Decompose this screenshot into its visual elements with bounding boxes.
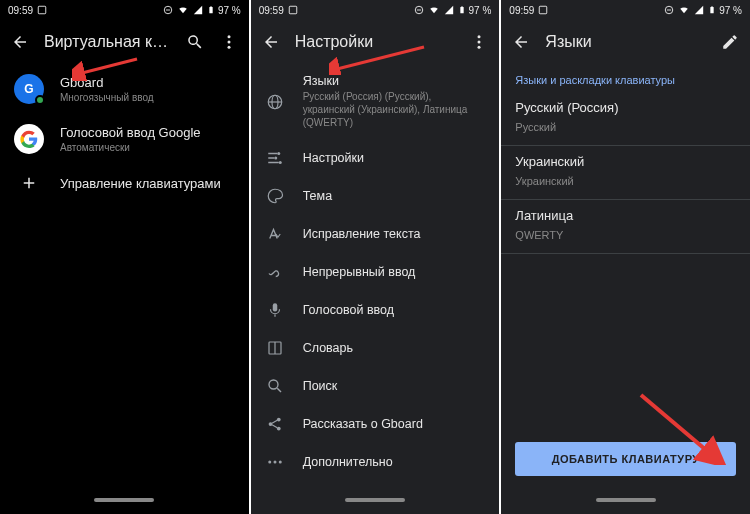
svg-point-17 xyxy=(478,46,481,49)
navbar[interactable] xyxy=(251,486,500,514)
statusbar: 09:59 97 % xyxy=(251,0,500,20)
svg-point-16 xyxy=(478,41,481,44)
back-button[interactable] xyxy=(10,32,30,52)
theme-item[interactable]: Тема xyxy=(251,177,500,215)
appbar: Языки xyxy=(501,20,750,64)
share-icon xyxy=(265,415,285,433)
svg-rect-10 xyxy=(289,6,297,14)
page-title: Настройки xyxy=(295,33,456,51)
lang-name: Латиница xyxy=(515,208,736,223)
palette-icon xyxy=(265,187,285,205)
screenshot-icon xyxy=(288,5,298,15)
svg-point-7 xyxy=(227,46,230,49)
svg-point-21 xyxy=(277,152,280,155)
globe-icon xyxy=(265,93,285,111)
add-keyboard-button[interactable]: ДОБАВИТЬ КЛАВИАТУРУ xyxy=(515,442,736,476)
gboard-item[interactable]: G Gboard Многоязычный ввод xyxy=(0,64,249,114)
google-voice-item[interactable]: Голосовой ввод Google Автоматически xyxy=(0,114,249,164)
share-item[interactable]: Рассказать о Gboard xyxy=(251,405,500,443)
row-title: Голосовой ввод xyxy=(303,303,486,317)
signal-icon xyxy=(193,5,203,15)
language-item-russian[interactable]: Русский (Россия) Русский xyxy=(501,92,750,146)
statusbar: 09:59 97 % xyxy=(501,0,750,20)
row-title: Поиск xyxy=(303,379,486,393)
statusbar: 09:59 97 % xyxy=(0,0,249,20)
svg-point-32 xyxy=(268,461,271,464)
navbar[interactable] xyxy=(0,486,249,514)
appbar: Виртуальная клавиа... xyxy=(0,20,249,64)
edit-button[interactable] xyxy=(720,32,740,52)
overflow-button[interactable] xyxy=(469,32,489,52)
svg-line-28 xyxy=(277,388,281,392)
svg-point-33 xyxy=(273,461,276,464)
row-title: Словарь xyxy=(303,341,486,355)
language-item-latin[interactable]: Латиница QWERTY xyxy=(501,200,750,254)
dots-icon xyxy=(265,453,285,471)
sliders-icon xyxy=(265,149,285,167)
languages-item[interactable]: Языки Русский (Россия) (Русский), украин… xyxy=(251,64,500,139)
advanced-item[interactable]: Дополнительно xyxy=(251,443,500,481)
settings-list: Языки Русский (Россия) (Русский), украин… xyxy=(251,64,500,486)
svg-rect-14 xyxy=(461,6,462,7)
phone-1: 09:59 97 % Виртуальная клавиа... G Gboar… xyxy=(0,0,249,514)
lang-name: Русский (Россия) xyxy=(515,100,736,115)
row-title: Дополнительно xyxy=(303,455,486,469)
manage-keyboards[interactable]: Управление клавиатурами xyxy=(0,164,249,202)
svg-point-6 xyxy=(227,41,230,44)
lang-layout: QWERTY xyxy=(515,229,736,241)
search-icon xyxy=(265,377,285,395)
google-icon xyxy=(14,124,44,154)
add-button-label: ДОБАВИТЬ КЛАВИАТУРУ xyxy=(552,453,700,465)
wifi-icon xyxy=(177,5,189,15)
item-title: Gboard xyxy=(60,75,235,90)
gboard-icon: G xyxy=(14,74,44,104)
back-button[interactable] xyxy=(261,32,281,52)
overflow-button[interactable] xyxy=(219,32,239,52)
language-item-ukrainian[interactable]: Украинский Украинский xyxy=(501,146,750,200)
dictionary-item[interactable]: Словарь xyxy=(251,329,500,367)
svg-rect-40 xyxy=(711,7,714,13)
screenshot-icon xyxy=(37,5,47,15)
text-icon xyxy=(265,225,285,243)
preferences-item[interactable]: Настройки xyxy=(251,139,500,177)
battery-icon xyxy=(458,4,466,16)
search-button[interactable] xyxy=(185,32,205,52)
row-title: Языки xyxy=(303,74,486,88)
svg-point-22 xyxy=(274,157,277,160)
text-correction-item[interactable]: Исправление текста xyxy=(251,215,500,253)
status-time: 09:59 xyxy=(509,5,534,16)
svg-rect-37 xyxy=(540,6,548,14)
item-subtitle: Многоязычный ввод xyxy=(60,92,235,103)
status-time: 09:59 xyxy=(8,5,33,16)
signal-icon xyxy=(444,5,454,15)
voice-typing-item[interactable]: Голосовой ввод xyxy=(251,291,500,329)
glide-typing-item[interactable]: Непрерывный ввод xyxy=(251,253,500,291)
wifi-icon xyxy=(678,5,690,15)
lang-layout: Украинский xyxy=(515,175,736,187)
item-subtitle: Автоматически xyxy=(60,142,235,153)
page-title: Языки xyxy=(545,33,706,51)
book-icon xyxy=(265,339,285,357)
keyboard-list: G Gboard Многоязычный ввод Голосовой вво… xyxy=(0,64,249,486)
navbar[interactable] xyxy=(501,486,750,514)
section-title: Языки и раскладки клавиатуры xyxy=(501,64,750,92)
row-title: Настройки xyxy=(303,151,486,165)
status-battery: 97 % xyxy=(218,5,241,16)
svg-point-23 xyxy=(278,161,281,164)
row-title: Непрерывный ввод xyxy=(303,265,486,279)
svg-rect-0 xyxy=(38,6,46,14)
dnd-icon xyxy=(414,5,424,15)
svg-rect-41 xyxy=(712,6,713,7)
status-time: 09:59 xyxy=(259,5,284,16)
gesture-icon xyxy=(265,263,285,281)
svg-point-5 xyxy=(227,35,230,38)
battery-icon xyxy=(207,4,215,16)
search-item[interactable]: Поиск xyxy=(251,367,500,405)
back-button[interactable] xyxy=(511,32,531,52)
row-title: Тема xyxy=(303,189,486,203)
item-title: Голосовой ввод Google xyxy=(60,125,235,140)
svg-rect-4 xyxy=(210,6,211,7)
battery-icon xyxy=(708,4,716,16)
svg-point-15 xyxy=(478,35,481,38)
plus-icon xyxy=(14,174,44,192)
